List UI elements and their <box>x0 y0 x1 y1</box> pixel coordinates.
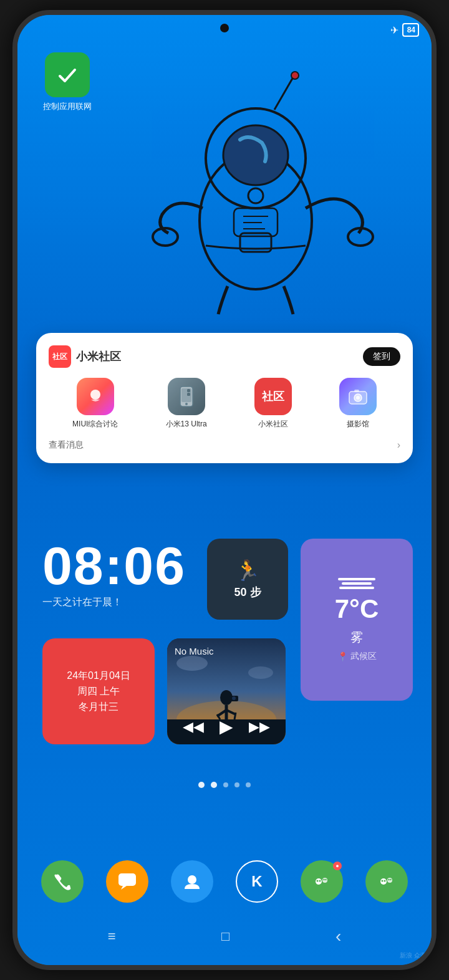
brand-icon: 社区 <box>49 345 71 368</box>
fog-weather-icon <box>338 578 375 589</box>
card-footer-arrow: › <box>397 440 400 451</box>
app-label-photo: 摄影馆 <box>347 419 369 430</box>
page-dot-4[interactable] <box>234 782 239 787</box>
music-overlay: No Music ◀◀ ▶ ▶▶ <box>167 638 286 744</box>
music-prev-btn[interactable]: ◀◀ <box>183 719 204 735</box>
svg-point-44 <box>325 879 326 880</box>
nav-back-button[interactable]: ‹ <box>336 926 341 946</box>
nav-menu-button[interactable]: ≡ <box>108 928 116 944</box>
community-card: 社区 小米社区 签到 MIUI综合讨论 <box>36 333 413 463</box>
contacts-icon <box>182 872 202 891</box>
svg-point-2 <box>223 125 288 185</box>
dock-k-app[interactable]: K <box>236 860 278 903</box>
app-dock: K ● <box>17 860 432 903</box>
phone-device-icon <box>175 385 198 408</box>
svg-point-49 <box>388 879 389 880</box>
phone-call-icon <box>53 872 72 891</box>
page-dots <box>17 782 432 788</box>
weather-widget[interactable]: 7°C 雾 📍 武候区 <box>301 539 413 701</box>
airplane-icon: ✈ <box>390 24 398 36</box>
miui-icon-svg <box>85 386 106 407</box>
wechat2-icon <box>377 872 397 891</box>
page-dot-1[interactable] <box>198 782 205 788</box>
card-app-photo[interactable]: 摄影馆 <box>339 378 377 430</box>
svg-rect-36 <box>118 873 136 886</box>
page-dot-3[interactable] <box>223 782 228 787</box>
steps-count: 50 步 <box>234 585 261 600</box>
music-widget[interactable]: No Music ◀◀ ▶ ▶▶ <box>167 638 286 744</box>
svg-point-22 <box>356 396 360 400</box>
camera-notch <box>220 24 229 32</box>
camera-icon-svg <box>348 387 368 406</box>
music-next-btn[interactable]: ▶▶ <box>249 719 270 735</box>
app-label-miui: MIUI综合讨论 <box>72 419 118 430</box>
wechat1-badge: ● <box>333 862 342 870</box>
nav-home-button[interactable]: □ <box>221 928 229 944</box>
music-title: No Music <box>175 646 278 656</box>
wechat1-icon <box>312 872 332 891</box>
svg-marker-37 <box>121 886 127 890</box>
card-header: 社区 小米社区 签到 <box>49 345 400 368</box>
phone-screen: ✈ 84 控制应用联网 <box>17 15 432 965</box>
sign-in-button[interactable]: 签到 <box>363 347 400 366</box>
dock-wechat1-app[interactable]: ● <box>301 860 343 903</box>
svg-point-47 <box>382 880 384 882</box>
weather-location: 📍 武候区 <box>337 651 377 662</box>
svg-point-40 <box>322 878 327 883</box>
watermark: 新浪 众测 <box>400 951 427 960</box>
card-apps: MIUI综合讨论 小米13 Ultra <box>49 378 400 430</box>
svg-rect-21 <box>354 390 359 392</box>
svg-point-50 <box>390 879 391 880</box>
svg-point-46 <box>387 878 392 883</box>
svg-point-39 <box>316 878 322 885</box>
card-footer[interactable]: 查看消息 › <box>49 440 400 451</box>
dock-phone-app[interactable] <box>41 860 84 903</box>
page-dot-5[interactable] <box>246 782 251 787</box>
date-widget: 24年01月04日 周四 上午 冬月廿三 <box>42 638 155 744</box>
music-background: No Music ◀◀ ▶ ▶▶ <box>167 638 286 744</box>
app-icon-community: 社区 <box>254 378 292 415</box>
svg-point-41 <box>317 880 319 882</box>
svg-point-43 <box>323 879 324 880</box>
astronaut-svg <box>125 59 387 320</box>
clock-motto: 一天之计在于晨！ <box>42 596 186 609</box>
music-controls[interactable]: ◀◀ ▶ ▶▶ <box>167 716 286 737</box>
location-pin-icon: 📍 <box>337 651 348 661</box>
steps-widget[interactable]: 🏃 50 步 <box>207 539 288 620</box>
phone-frame: ✈ 84 控制应用联网 <box>12 10 437 970</box>
brand-name: 小米社区 <box>76 349 121 364</box>
message-icon <box>118 873 137 890</box>
status-icons: ✈ 84 <box>390 23 419 37</box>
svg-rect-18 <box>187 393 190 396</box>
card-app-miui[interactable]: MIUI综合讨论 <box>72 378 118 430</box>
card-app-community[interactable]: 社区 小米社区 <box>254 378 292 430</box>
clock-time: 08:06 <box>42 539 186 592</box>
svg-rect-17 <box>187 389 190 392</box>
svg-point-42 <box>319 880 321 882</box>
page-dot-2[interactable] <box>211 782 217 788</box>
app-icon-miui <box>77 378 114 415</box>
app-icon-photo <box>339 378 377 415</box>
svg-point-4 <box>291 72 299 79</box>
svg-point-13 <box>90 390 100 400</box>
battery-level: 84 <box>407 26 415 34</box>
dock-message-app[interactable] <box>106 860 148 903</box>
svg-point-48 <box>384 880 386 882</box>
app-icon-xiaomi13 <box>168 378 205 415</box>
music-play-btn[interactable]: ▶ <box>220 716 233 737</box>
steps-run-icon: 🏃 <box>235 559 260 582</box>
card-app-xiaomi13[interactable]: 小米13 Ultra <box>166 378 207 430</box>
weather-temperature: 7°C <box>335 594 379 624</box>
dock-contacts-app[interactable] <box>171 860 213 903</box>
app-label-community: 小米社区 <box>258 419 288 430</box>
date-line2: 周四 上午 <box>77 685 120 698</box>
clock-widget: 08:06 一天之计在于晨！ <box>42 539 186 609</box>
weather-condition: 雾 <box>350 629 363 646</box>
svg-line-3 <box>274 77 293 110</box>
app-label-xiaomi13: 小米13 Ultra <box>166 419 207 430</box>
nav-bar: ≡ □ ‹ <box>17 920 432 953</box>
dock-wechat2-app[interactable] <box>365 860 408 903</box>
date-line1: 24年01月04日 <box>67 670 130 683</box>
svg-point-16 <box>185 403 188 405</box>
svg-point-45 <box>380 878 387 885</box>
